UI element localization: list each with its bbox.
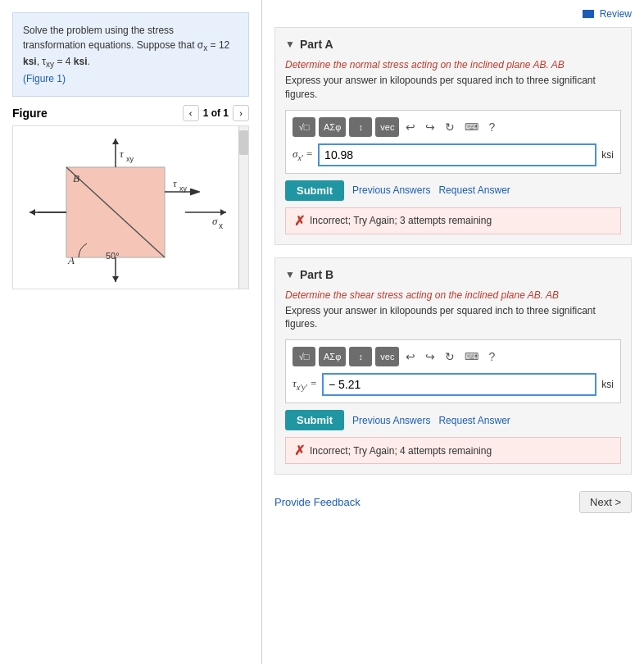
review-section: Review [274, 8, 632, 20]
review-link[interactable]: Review [583, 8, 632, 20]
part-b-request-answer-link[interactable]: Request Answer [438, 415, 510, 426]
part-b-subtext: Express your answer in kilopounds per sq… [285, 304, 621, 332]
toolbar-keyboard-a[interactable]: ⌨ [461, 120, 482, 134]
svg-text:x: x [219, 221, 223, 230]
figure-scrollbar[interactable] [238, 126, 248, 289]
next-label: Next > [590, 496, 621, 508]
part-a-collapse-icon[interactable]: ▼ [285, 39, 295, 50]
part-a-input-row: σx′ = ksi [293, 143, 614, 166]
part-b-toolbar: √□ ΑΣφ ↕ vec ↩ ↪ ↻ ⌨ ? [293, 347, 614, 366]
svg-marker-16 [112, 139, 119, 144]
toolbar-keyboard-b[interactable]: ⌨ [461, 349, 482, 364]
part-a-submit-button[interactable]: Submit [285, 180, 344, 201]
left-panel: Solve the problem using the stress trans… [0, 0, 262, 664]
toolbar-refresh-b[interactable]: ↻ [442, 348, 458, 365]
toolbar-undo-b[interactable]: ↩ [402, 348, 419, 365]
svg-text:τ: τ [173, 177, 178, 189]
svg-marker-18 [112, 276, 119, 282]
toolbar-sigma-btn-a[interactable]: ΑΣφ [319, 117, 346, 137]
figure-header: Figure ‹ 1 of 1 › [12, 105, 249, 121]
figure-page: 1 of 1 [203, 107, 229, 119]
svg-text:B: B [73, 172, 79, 184]
toolbar-help-a[interactable]: ? [485, 119, 498, 135]
provide-feedback-link[interactable]: Provide Feedback [274, 496, 361, 508]
part-a-input[interactable] [318, 143, 596, 166]
part-b-answer-box: √□ ΑΣφ ↕ vec ↩ ↪ ↻ ⌨ ? τx′y′ = ksi [285, 339, 621, 403]
toolbar-vec-btn-a[interactable]: vec [375, 117, 399, 137]
svg-text:50°: 50° [106, 251, 120, 261]
part-b-collapse-icon[interactable]: ▼ [285, 269, 295, 280]
next-button[interactable]: Next > [579, 491, 632, 513]
part-b-input-row: τx′y′ = ksi [293, 373, 614, 396]
part-a-incorrect-icon: ✗ [294, 213, 305, 229]
review-label: Review [600, 8, 632, 20]
toolbar-undo-a[interactable]: ↩ [402, 119, 419, 135]
toolbar-arrows-btn-a[interactable]: ↕ [349, 117, 372, 137]
part-a-toolbar: √□ ΑΣφ ↕ vec ↩ ↪ ↻ ⌨ ? [293, 117, 614, 137]
toolbar-refresh-a[interactable]: ↻ [442, 119, 458, 135]
part-b-instruction: Determine the shear stress acting on the… [285, 289, 621, 301]
part-b-action-row: Submit Previous Answers Request Answer [285, 410, 621, 430]
part-b-header: ▼ Part B [285, 268, 621, 281]
figure-link[interactable]: (Figure 1) [23, 73, 66, 84]
part-b-previous-answers-link[interactable]: Previous Answers [352, 415, 430, 426]
svg-marker-9 [220, 209, 226, 216]
right-panel: Review ▼ Part A Determine the normal str… [262, 0, 644, 664]
figure-container: B A 50° τ xy σ x [12, 125, 249, 289]
part-b-unit: ksi [601, 379, 614, 390]
svg-text:σ: σ [212, 215, 218, 227]
toolbar-redo-b[interactable]: ↪ [422, 348, 438, 365]
figure-title: Figure [12, 107, 48, 120]
svg-text:xy: xy [179, 184, 188, 193]
part-a-instruction: Determine the normal stress acting on th… [285, 59, 621, 70]
figure-diagram: B A 50° τ xy σ x [13, 126, 249, 289]
part-a-feedback: ✗ Incorrect; Try Again; 3 attempts remai… [285, 207, 621, 234]
part-a-subtext: Express your answer in kilopounds per sq… [285, 74, 621, 102]
scroll-thumb [239, 130, 248, 155]
svg-text:τ: τ [120, 148, 125, 160]
part-b-label: Part B [300, 268, 333, 281]
ab-italic-b: AB [546, 289, 559, 301]
ab-italic: AB [551, 59, 565, 70]
toolbar-sigma-btn-b[interactable]: ΑΣφ [319, 347, 346, 366]
problem-description: Solve the problem using the stress trans… [12, 12, 249, 97]
part-a-feedback-text: Incorrect; Try Again; 3 attempts remaini… [310, 215, 492, 226]
part-b-submit-button[interactable]: Submit [285, 410, 344, 430]
toolbar-redo-a[interactable]: ↪ [422, 119, 438, 135]
toolbar-vec-btn-b[interactable]: vec [375, 347, 399, 366]
toolbar-sqrt-btn-a[interactable]: √□ [293, 117, 315, 137]
part-a-label: Part A [300, 38, 333, 51]
part-a-action-row: Submit Previous Answers Request Answer [285, 180, 621, 201]
part-a-answer-box: √□ ΑΣφ ↕ vec ↩ ↪ ↻ ⌨ ? σx′ = ksi [285, 110, 621, 174]
part-a-previous-answers-link[interactable]: Previous Answers [352, 184, 430, 196]
review-icon [583, 10, 594, 18]
part-b-feedback-text: Incorrect; Try Again; 4 attempts remaini… [310, 445, 492, 457]
part-a-section: ▼ Part A Determine the normal stress act… [274, 27, 632, 245]
svg-text:A: A [67, 254, 75, 266]
toolbar-sqrt-btn-b[interactable]: √□ [293, 347, 315, 366]
svg-text:xy: xy [126, 155, 134, 163]
problem-text-content: Solve the problem using the stress trans… [23, 25, 229, 67]
part-b-input-label: τx′y′ = [293, 377, 317, 392]
part-b-input[interactable] [322, 373, 596, 396]
bottom-row: Provide Feedback Next > [274, 487, 632, 517]
part-a-input-label: σx′ = [293, 148, 313, 162]
part-b-incorrect-icon: ✗ [294, 443, 305, 458]
figure-navigation: ‹ 1 of 1 › [183, 105, 249, 121]
figure-next-button[interactable]: › [233, 105, 249, 121]
part-a-header: ▼ Part A [285, 38, 621, 51]
part-b-section: ▼ Part B Determine the shear stress acti… [274, 257, 632, 475]
toolbar-help-b[interactable]: ? [485, 348, 498, 365]
figure-section: Figure ‹ 1 of 1 › B A 50° [12, 105, 249, 289]
part-b-feedback: ✗ Incorrect; Try Again; 4 attempts remai… [285, 437, 621, 464]
svg-marker-13 [29, 209, 35, 216]
part-a-request-answer-link[interactable]: Request Answer [438, 184, 510, 196]
figure-prev-button[interactable]: ‹ [183, 105, 199, 121]
toolbar-arrows-btn-b[interactable]: ↕ [349, 347, 372, 366]
part-a-unit: ksi [601, 149, 614, 161]
